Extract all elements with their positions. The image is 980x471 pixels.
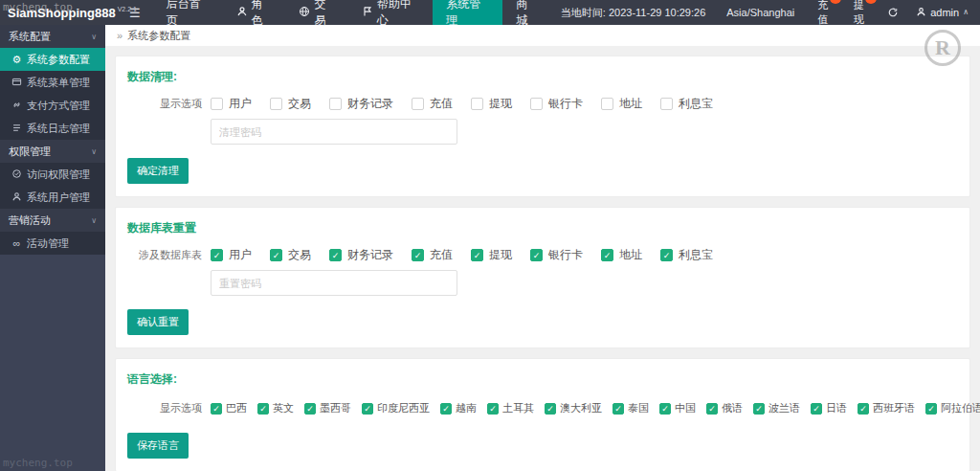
checkbox-unchecked[interactable] bbox=[530, 98, 543, 110]
checkbox-label: 充值 bbox=[430, 96, 453, 112]
checkbox-option[interactable]: ✓日语 bbox=[811, 401, 847, 415]
checkbox-checked[interactable]: ✓ bbox=[858, 403, 869, 415]
db-reset-options: ✓用户✓交易✓财务记录✓充值✓提现✓银行卡✓地址✓利息宝 bbox=[211, 247, 731, 263]
user-icon bbox=[916, 7, 926, 19]
checkbox-option[interactable]: 充值 bbox=[412, 96, 453, 112]
withdraw-button[interactable]: 提现 0 bbox=[842, 0, 878, 27]
checkbox-checked[interactable]: ✓ bbox=[530, 249, 543, 261]
checkbox-checked[interactable]: ✓ bbox=[925, 403, 937, 415]
checkbox-checked[interactable]: ✓ bbox=[659, 403, 671, 415]
checkbox-option[interactable]: ✓俄语 bbox=[706, 401, 743, 415]
confirm-reset-button[interactable]: 确认重置 bbox=[127, 309, 189, 335]
checkbox-unchecked[interactable] bbox=[211, 98, 223, 110]
card-title-language: 语言选择: bbox=[127, 371, 958, 388]
checkbox-option[interactable]: ✓澳大利亚 bbox=[545, 401, 602, 415]
sidebar-item-activity-management[interactable]: ∞ 活动管理 bbox=[0, 232, 105, 255]
checkbox-option[interactable]: ✓墨西哥 bbox=[304, 401, 351, 415]
checkbox-checked[interactable]: ✓ bbox=[471, 249, 483, 261]
checkbox-option[interactable]: 交易 bbox=[270, 96, 311, 112]
nav-mall[interactable]: 商城 bbox=[502, 0, 551, 25]
checkbox-checked[interactable]: ✓ bbox=[753, 403, 765, 415]
checkbox-checked[interactable]: ✓ bbox=[270, 249, 282, 261]
sidebar-item-menu-management[interactable]: 系统菜单管理 bbox=[0, 71, 105, 94]
checkbox-checked[interactable]: ✓ bbox=[612, 403, 624, 415]
clean-password-input[interactable] bbox=[211, 119, 457, 145]
row-label-db-tables: 涉及数据库表 bbox=[127, 248, 202, 262]
checkbox-unchecked[interactable] bbox=[329, 98, 342, 110]
checkbox-unchecked[interactable] bbox=[270, 98, 282, 110]
checkbox-option[interactable]: 利息宝 bbox=[660, 96, 713, 112]
checkbox-option[interactable]: ✓印度尼西亚 bbox=[362, 401, 430, 415]
checkbox-option[interactable]: ✓西班牙语 bbox=[858, 401, 915, 415]
checkbox-option[interactable]: ✓用户 bbox=[211, 247, 252, 263]
checkbox-checked[interactable]: ✓ bbox=[211, 403, 222, 415]
confirm-clean-button[interactable]: 确定清理 bbox=[127, 158, 189, 184]
reset-password-input[interactable] bbox=[211, 270, 457, 296]
nav-roles[interactable]: 角色 bbox=[223, 0, 286, 25]
checkbox-checked[interactable]: ✓ bbox=[601, 249, 613, 261]
checkbox-option[interactable]: ✓银行卡 bbox=[530, 247, 583, 263]
checkbox-checked[interactable]: ✓ bbox=[660, 249, 673, 261]
checkbox-checked[interactable]: ✓ bbox=[362, 403, 373, 415]
checkbox-checked[interactable]: ✓ bbox=[545, 403, 556, 415]
checkbox-unchecked[interactable] bbox=[412, 98, 424, 110]
sidebar-item-system-logs[interactable]: 系统日志管理 bbox=[0, 117, 105, 140]
nav-help-label: 帮助中心 bbox=[377, 0, 419, 29]
user-menu[interactable]: admin ∧ bbox=[908, 7, 980, 19]
checkbox-unchecked[interactable] bbox=[601, 98, 613, 110]
nav-system-management[interactable]: 系统管理 bbox=[433, 0, 502, 25]
checkbox-label: 利息宝 bbox=[679, 247, 713, 263]
refresh-icon[interactable] bbox=[878, 7, 908, 18]
checkbox-checked[interactable]: ✓ bbox=[329, 249, 342, 261]
checkbox-option[interactable]: 银行卡 bbox=[530, 96, 583, 112]
checkbox-unchecked[interactable] bbox=[660, 98, 673, 110]
nav-trade[interactable]: 交易 bbox=[285, 0, 348, 25]
checkbox-option[interactable]: ✓交易 bbox=[270, 247, 311, 263]
checkbox-option[interactable]: 提现 bbox=[471, 96, 512, 112]
card-title-db-reset: 数据库表重置 bbox=[127, 220, 958, 236]
chevron-down-icon: ∨ bbox=[91, 33, 97, 41]
checkbox-checked[interactable]: ✓ bbox=[706, 403, 718, 415]
breadcrumb: » 系统参数配置 bbox=[105, 25, 980, 46]
sidebar-item-payment-methods[interactable]: 支付方式管理 bbox=[0, 94, 105, 117]
checkbox-checked[interactable]: ✓ bbox=[811, 403, 822, 415]
sidebar-group-marketing[interactable]: 营销活动 ∨ bbox=[0, 209, 105, 232]
checkbox-option[interactable]: 地址 bbox=[601, 96, 642, 112]
checkbox-option[interactable]: 用户 bbox=[211, 96, 252, 112]
checkbox-checked[interactable]: ✓ bbox=[487, 403, 499, 415]
nav-home[interactable]: 后台首页 bbox=[153, 0, 223, 25]
checkbox-option[interactable]: ✓财务记录 bbox=[329, 247, 393, 263]
checkbox-option[interactable]: ✓波兰语 bbox=[753, 401, 800, 415]
log-icon bbox=[11, 123, 22, 135]
checkbox-checked[interactable]: ✓ bbox=[440, 403, 452, 415]
checkbox-checked[interactable]: ✓ bbox=[304, 403, 316, 415]
checkbox-option[interactable]: ✓地址 bbox=[601, 247, 642, 263]
checkbox-option[interactable]: ✓巴西 bbox=[211, 401, 247, 415]
checkbox-option[interactable]: ✓中国 bbox=[659, 401, 696, 415]
sidebar-item-access-permissions[interactable]: 访问权限管理 bbox=[0, 163, 105, 186]
checkbox-unchecked[interactable] bbox=[471, 98, 483, 110]
sidebar-group-permissions[interactable]: 权限管理 ∨ bbox=[0, 140, 105, 163]
checkbox-checked[interactable]: ✓ bbox=[211, 249, 223, 261]
sidebar-group-system-config[interactable]: 系统配置 ∨ bbox=[0, 25, 105, 48]
checkbox-option[interactable]: 财务记录 bbox=[329, 96, 393, 112]
hamburger-menu-icon[interactable]: ☰ bbox=[117, 0, 153, 25]
checkbox-checked[interactable]: ✓ bbox=[257, 403, 269, 415]
checkbox-option[interactable]: ✓越南 bbox=[440, 401, 477, 415]
sidebar-item-system-params[interactable]: ⚙ 系统参数配置 bbox=[0, 48, 105, 71]
recharge-button[interactable]: 充值 0 bbox=[806, 0, 841, 27]
checkbox-label: 日语 bbox=[826, 401, 847, 415]
checkbox-option[interactable]: ✓充值 bbox=[412, 247, 453, 263]
save-language-button[interactable]: 保存语言 bbox=[127, 433, 189, 459]
nav-help-center[interactable]: 帮助中心 bbox=[348, 0, 433, 25]
checkbox-label: 利息宝 bbox=[679, 96, 713, 112]
checkbox-option[interactable]: ✓土耳其 bbox=[487, 401, 534, 415]
sidebar-item-system-users[interactable]: 系统用户管理 bbox=[0, 186, 105, 209]
checkbox-checked[interactable]: ✓ bbox=[412, 249, 424, 261]
checkbox-option[interactable]: ✓提现 bbox=[471, 247, 512, 263]
checkbox-option[interactable]: ✓阿拉伯语 bbox=[925, 401, 980, 415]
checkbox-option[interactable]: ✓泰国 bbox=[612, 401, 649, 415]
checkbox-option[interactable]: ✓利息宝 bbox=[660, 247, 713, 263]
checkbox-option[interactable]: ✓英文 bbox=[257, 401, 294, 415]
globe-icon bbox=[299, 6, 310, 20]
